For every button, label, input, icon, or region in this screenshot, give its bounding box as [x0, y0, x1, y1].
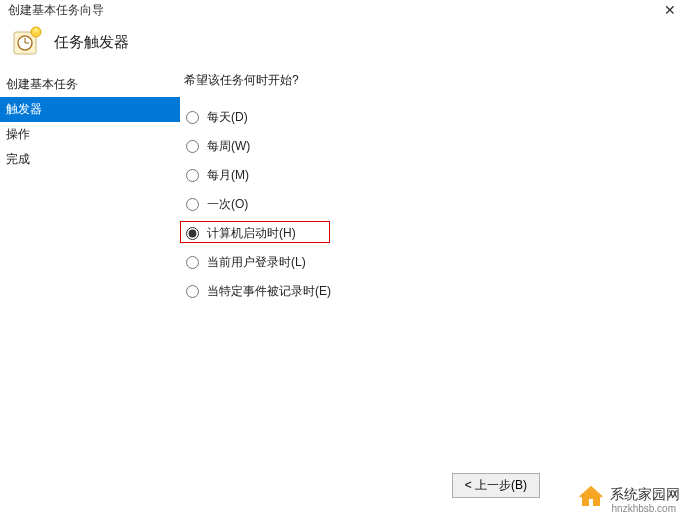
sidebar-item-trigger[interactable]: 触发器 [0, 97, 180, 122]
option-user-logon[interactable]: 当前用户登录时(L) [184, 248, 690, 277]
watermark-logo-icon [578, 482, 604, 508]
radio-weekly[interactable] [186, 140, 199, 153]
radio-event-logged[interactable] [186, 285, 199, 298]
wizard-icon [12, 26, 44, 58]
option-event-logged[interactable]: 当特定事件被记录时(E) [184, 277, 690, 306]
label-daily: 每天(D) [207, 109, 248, 126]
close-icon[interactable]: ✕ [658, 2, 682, 18]
option-daily[interactable]: 每天(D) [184, 103, 690, 132]
sidebar-item-action[interactable]: 操作 [0, 122, 180, 147]
label-once: 一次(O) [207, 196, 248, 213]
footer: < 上一步(B) [452, 473, 540, 498]
label-event-logged: 当特定事件被记录时(E) [207, 283, 331, 300]
prompt-text: 希望该任务何时开始? [184, 72, 690, 89]
sidebar: 创建基本任务 触发器 操作 完成 [0, 68, 180, 306]
wizard-body: 创建基本任务 触发器 操作 完成 希望该任务何时开始? 每天(D) 每周(W) … [0, 68, 690, 306]
label-computer-start: 计算机启动时(H) [207, 225, 296, 242]
option-once[interactable]: 一次(O) [184, 190, 690, 219]
radio-user-logon[interactable] [186, 256, 199, 269]
main-panel: 希望该任务何时开始? 每天(D) 每周(W) 每月(M) 一次(O) 计算机启动… [180, 68, 690, 306]
watermark-sub: hnzkhbsb.com [612, 503, 676, 514]
label-monthly: 每月(M) [207, 167, 249, 184]
radio-computer-start[interactable] [186, 227, 199, 240]
option-weekly[interactable]: 每周(W) [184, 132, 690, 161]
titlebar: 创建基本任务向导 ✕ [0, 0, 690, 20]
sidebar-item-finish[interactable]: 完成 [0, 147, 180, 172]
label-weekly: 每周(W) [207, 138, 250, 155]
back-button[interactable]: < 上一步(B) [452, 473, 540, 498]
wizard-header: 任务触发器 [0, 20, 690, 68]
watermark: 系统家园网 hnzkhbsb.com [574, 480, 684, 510]
label-user-logon: 当前用户登录时(L) [207, 254, 306, 271]
sidebar-item-create-task[interactable]: 创建基本任务 [0, 72, 180, 97]
watermark-text: 系统家园网 [610, 486, 680, 504]
radio-daily[interactable] [186, 111, 199, 124]
option-computer-start[interactable]: 计算机启动时(H) [184, 219, 690, 248]
window-title: 创建基本任务向导 [8, 2, 104, 19]
radio-monthly[interactable] [186, 169, 199, 182]
page-title: 任务触发器 [54, 33, 129, 52]
option-monthly[interactable]: 每月(M) [184, 161, 690, 190]
radio-once[interactable] [186, 198, 199, 211]
